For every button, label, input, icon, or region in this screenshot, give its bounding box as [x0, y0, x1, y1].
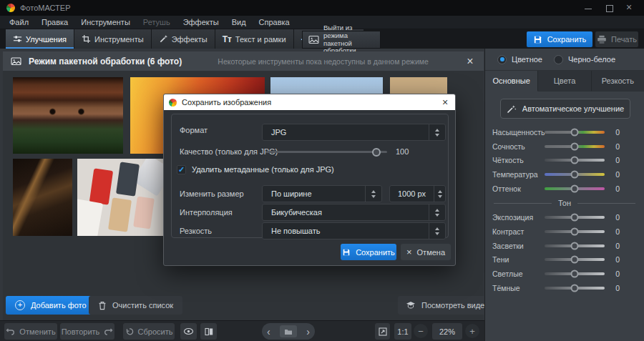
- spinner-icon[interactable]: [429, 223, 445, 239]
- compare-view-button[interactable]: [200, 323, 217, 340]
- menu-tools[interactable]: Инструменты: [74, 18, 137, 26]
- preview-original-button[interactable]: [180, 323, 197, 340]
- slider-handle[interactable]: [571, 242, 579, 249]
- color-mode-color[interactable]: Цветное: [497, 55, 542, 64]
- spinner-icon[interactable]: [429, 124, 445, 140]
- menu-view[interactable]: Вид: [225, 18, 253, 26]
- title-bar: ФотоМАСТЕР: [0, 0, 644, 16]
- exit-batch-mode-button[interactable]: Выйти из режима пакетной обработки: [302, 31, 381, 49]
- print-button[interactable]: Печать: [595, 31, 638, 47]
- contrast-slider[interactable]: [545, 230, 605, 233]
- status-bar: Отменить Повторить Сбросить: [0, 320, 484, 341]
- tab-enhancements[interactable]: Улучшения: [6, 29, 74, 49]
- reset-button[interactable]: Сбросить: [123, 323, 175, 340]
- undo-icon: [6, 327, 15, 335]
- spinner-icon[interactable]: [365, 186, 381, 202]
- slider-handle[interactable]: [571, 214, 579, 222]
- highlights-slider[interactable]: [545, 244, 605, 247]
- undo-label: Отменить: [19, 327, 55, 336]
- tab-colors[interactable]: Цвета: [538, 71, 591, 92]
- sharpness-select[interactable]: Не повышать: [262, 222, 446, 239]
- menu-effects[interactable]: Эффекты: [177, 18, 225, 26]
- dialog-save-button[interactable]: Сохранить: [341, 244, 396, 260]
- color-mode-bw[interactable]: Черно-белое: [554, 55, 615, 64]
- maximize-icon[interactable]: [605, 4, 613, 11]
- tab-basic[interactable]: Основные: [485, 71, 538, 92]
- format-select[interactable]: JPG: [262, 124, 446, 141]
- dialog-close-icon[interactable]: [440, 97, 450, 108]
- quality-slider[interactable]: [265, 151, 387, 153]
- slider-handle[interactable]: [571, 142, 579, 150]
- tab-label: Текст и рамки: [235, 35, 286, 44]
- quality-value: 100: [396, 147, 409, 156]
- slider-handle[interactable]: [571, 256, 579, 264]
- save-label: Сохранить: [547, 35, 587, 44]
- photo-thumbnail-phones[interactable]: [77, 159, 165, 236]
- tab-label: Эффекты: [172, 35, 208, 44]
- clear-list-label: Очистить список: [112, 301, 173, 310]
- menu-help[interactable]: Справка: [253, 18, 296, 26]
- zoom-out-button[interactable]: −: [414, 324, 428, 338]
- clarity-slider[interactable]: [545, 159, 605, 162]
- zoom-in-button[interactable]: +: [465, 324, 479, 338]
- batch-close-icon[interactable]: [464, 55, 476, 68]
- zoom-1-1-button[interactable]: 1:1: [394, 323, 411, 340]
- save-icon: [342, 248, 351, 257]
- menu-edit[interactable]: Правка: [35, 18, 74, 26]
- whites-slider[interactable]: [545, 272, 605, 275]
- dialog-save-label: Сохранить: [356, 248, 395, 257]
- tab-text-frames[interactable]: Tт Текст и рамки: [215, 29, 294, 49]
- text-icon: Tт: [223, 34, 232, 44]
- auto-enhance-button[interactable]: Автоматическое улучшение: [500, 99, 630, 119]
- add-photo-button[interactable]: Добавить фото: [6, 296, 96, 315]
- dialog-cancel-button[interactable]: Отмена: [401, 244, 451, 260]
- folder-button[interactable]: [280, 325, 297, 337]
- interpolation-select[interactable]: Бикубическая: [262, 204, 446, 221]
- remove-metadata-label: Удалить метаданные (только для JPG): [192, 165, 334, 174]
- printer-icon: [597, 35, 607, 44]
- photo-thumbnail-reading[interactable]: [13, 159, 72, 236]
- color-label: Цветное: [512, 55, 542, 64]
- spinner-icon[interactable]: [429, 204, 445, 220]
- clear-list-button[interactable]: Очистить список: [89, 296, 182, 315]
- quality-slider-handle[interactable]: [372, 148, 381, 157]
- slider-handle[interactable]: [571, 227, 579, 235]
- slider-handle[interactable]: [571, 170, 579, 178]
- menu-file[interactable]: Файл: [3, 18, 35, 26]
- spinner-icon[interactable]: [434, 186, 445, 202]
- photo-thumbnail-woman-hat[interactable]: [13, 77, 123, 154]
- remove-metadata-checkbox[interactable]: [177, 165, 186, 174]
- slider-handle[interactable]: [571, 157, 579, 164]
- redo-button[interactable]: Повторить: [60, 323, 114, 340]
- dialog-logo-icon: [169, 99, 177, 107]
- close-icon[interactable]: [626, 4, 633, 11]
- color-mode-switch: Цветное Черно-белое: [485, 49, 644, 71]
- save-button[interactable]: Сохранить: [527, 31, 592, 47]
- slider-handle[interactable]: [571, 270, 579, 278]
- blacks-slider[interactable]: [545, 287, 605, 290]
- bw-label: Черно-белое: [568, 55, 615, 64]
- undo-button[interactable]: Отменить: [4, 323, 57, 340]
- tab-sharpness[interactable]: Резкость: [592, 71, 644, 92]
- slider-handle[interactable]: [571, 184, 579, 192]
- tab-effects[interactable]: Эффекты: [152, 29, 215, 49]
- saturation-slider[interactable]: [545, 131, 605, 134]
- tab-tools[interactable]: Инструменты: [74, 29, 152, 49]
- slider-handle[interactable]: [571, 128, 579, 136]
- temperature-slider[interactable]: [545, 173, 605, 176]
- exposure-slider[interactable]: [545, 216, 605, 219]
- batch-mode-note: Некоторые инструменты пока недоступны в …: [218, 57, 429, 66]
- tint-slider[interactable]: [545, 187, 605, 190]
- next-photo-icon[interactable]: [306, 327, 310, 337]
- shadows-slider[interactable]: [545, 258, 605, 261]
- resize-size-field[interactable]: 1000 px: [389, 185, 446, 202]
- fit-to-screen-button[interactable]: [375, 323, 390, 340]
- main-toolbar: Улучшения Инструменты Эффекты Tт Текст и…: [0, 29, 644, 49]
- minimize-icon[interactable]: [585, 4, 592, 11]
- vibrance-slider[interactable]: [545, 145, 605, 148]
- redo-icon: [104, 327, 113, 335]
- zoom-level[interactable]: 22%: [432, 323, 462, 340]
- previous-photo-icon[interactable]: [267, 327, 270, 337]
- slider-handle[interactable]: [571, 284, 579, 292]
- resize-select[interactable]: По ширине: [262, 185, 382, 202]
